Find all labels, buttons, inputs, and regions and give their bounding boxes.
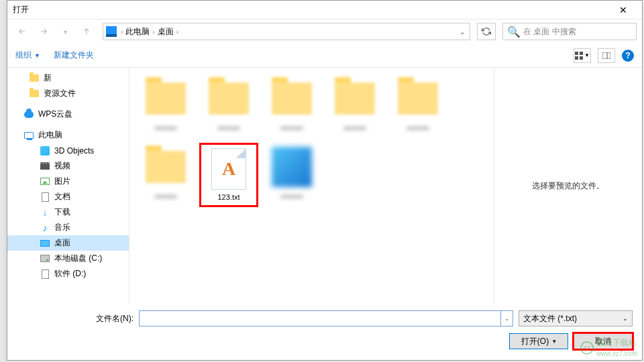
sidebar-item-thispc[interactable]: 此电脑 xyxy=(7,127,129,143)
recent-dropdown[interactable]: ▾ xyxy=(56,22,74,41)
filename-dropdown[interactable]: ⌄ xyxy=(501,310,513,326)
download-icon: ↓ xyxy=(40,207,50,218)
file-item-folder[interactable]: ▬▬▬ xyxy=(136,74,195,139)
sidebar-item-disk-c[interactable]: 本地磁盘 (C:) xyxy=(7,251,129,266)
view-mode-button[interactable]: ▼ xyxy=(574,48,591,63)
file-label: 123.txt xyxy=(201,193,256,201)
search-icon: 🔍 xyxy=(507,25,521,38)
chevron-down-icon: ⌄ xyxy=(623,315,628,322)
filename-input[interactable] xyxy=(139,310,501,326)
file-item-folder[interactable]: ▬▬▬ xyxy=(136,143,195,207)
sidebar-item-new[interactable]: 新 xyxy=(7,70,129,86)
forward-button[interactable] xyxy=(34,22,53,41)
new-folder-button[interactable]: 新建文件夹 xyxy=(54,50,94,61)
file-area[interactable]: ▬▬▬ ▬▬▬ ▬▬▬ ▬▬▬ ▬▬▬ ▬▬▬ A 123.txt ▬▬▬ xyxy=(129,68,494,304)
address-dropdown[interactable]: ⌄ xyxy=(455,28,470,36)
sidebar-item-3dobjects[interactable]: 3D Objects xyxy=(7,143,129,158)
breadcrumb-part[interactable]: 此电脑 xyxy=(124,26,151,38)
music-icon: ♪ xyxy=(40,223,50,233)
sidebar-item-disk-d[interactable]: 软件 (D:) xyxy=(7,266,129,282)
svg-rect-1 xyxy=(580,52,583,55)
sidebar-item-documents[interactable]: 文档 xyxy=(7,189,129,204)
help-button[interactable]: ? xyxy=(622,50,634,62)
navbar: ▾ › 此电脑 › 桌面 › ⌄ 🔍 xyxy=(7,19,642,44)
breadcrumb-part[interactable]: 桌面 xyxy=(156,26,175,38)
chevron-right-icon: › xyxy=(152,28,154,36)
text-file-icon: A xyxy=(222,158,235,180)
organize-menu[interactable]: 组织 ▼ xyxy=(15,50,40,61)
svg-rect-0 xyxy=(575,52,578,55)
sidebar-item-pictures[interactable]: 图片 xyxy=(7,174,129,189)
svg-rect-4 xyxy=(602,52,610,59)
chevron-right-icon: › xyxy=(121,28,123,36)
filetype-filter[interactable]: 文本文件 (*.txt) ⌄ xyxy=(519,310,633,326)
svg-rect-2 xyxy=(575,56,578,60)
dialog-title: 打开 xyxy=(13,4,610,15)
location-icon xyxy=(106,26,117,37)
preview-placeholder: 选择要预览的文件。 xyxy=(532,180,604,192)
cancel-button[interactable]: 取消 xyxy=(574,333,633,349)
sidebar-item-music[interactable]: ♪音乐 xyxy=(7,220,129,235)
back-button[interactable] xyxy=(13,22,32,41)
sidebar: 新 资源文件 WPS云盘 此电脑 3D Objects 视频 图片 文档 ↓下载… xyxy=(7,68,129,304)
chevron-down-icon: ▼ xyxy=(584,52,590,58)
close-icon[interactable]: ✕ xyxy=(610,5,637,15)
search-input[interactable] xyxy=(523,27,632,36)
file-item-blurred[interactable]: ▬▬▬ xyxy=(262,143,321,207)
sidebar-item-resources[interactable]: 资源文件 xyxy=(7,86,129,101)
file-item-folder[interactable]: ▬▬▬ xyxy=(388,74,447,139)
preview-pane-button[interactable] xyxy=(598,48,615,63)
file-item-folder[interactable]: ▬▬▬ xyxy=(262,74,321,139)
sidebar-item-downloads[interactable]: ↓下载 xyxy=(7,204,129,220)
chevron-down-icon: ▼ xyxy=(34,52,40,59)
preview-pane: 选择要预览的文件。 xyxy=(494,68,642,304)
open-button[interactable]: 打开(O) ▾ xyxy=(509,333,568,349)
titlebar: 打开 ✕ xyxy=(7,1,642,19)
svg-rect-3 xyxy=(580,56,583,60)
sidebar-item-desktop[interactable]: 桌面 xyxy=(7,235,129,251)
toolbar: 组织 ▼ 新建文件夹 ▼ ? xyxy=(7,44,642,68)
address-bar[interactable]: › 此电脑 › 桌面 › ⌄ xyxy=(103,23,470,40)
chevron-right-icon: › xyxy=(176,28,178,36)
chevron-down-icon: ▾ xyxy=(553,338,556,345)
file-item-txt[interactable]: A 123.txt xyxy=(199,143,258,207)
refresh-button[interactable] xyxy=(477,23,496,40)
file-item-folder[interactable]: ▬▬▬ xyxy=(325,74,384,139)
filename-label: 文件名(N): xyxy=(17,313,139,324)
sidebar-item-videos[interactable]: 视频 xyxy=(7,158,129,174)
search-box[interactable]: 🔍 xyxy=(502,23,637,40)
footer: 文件名(N): ⌄ 文本文件 (*.txt) ⌄ 打开(O) ▾ 取消 xyxy=(7,304,642,356)
file-item-folder[interactable]: ▬▬▬ xyxy=(199,74,258,139)
open-dialog: 打开 ✕ ▾ › 此电脑 › 桌面 › ⌄ 🔍 组织 ▼ 新建文件夹 xyxy=(7,0,643,361)
sidebar-item-wpscloud[interactable]: WPS云盘 xyxy=(7,107,129,122)
up-button[interactable] xyxy=(77,22,96,41)
